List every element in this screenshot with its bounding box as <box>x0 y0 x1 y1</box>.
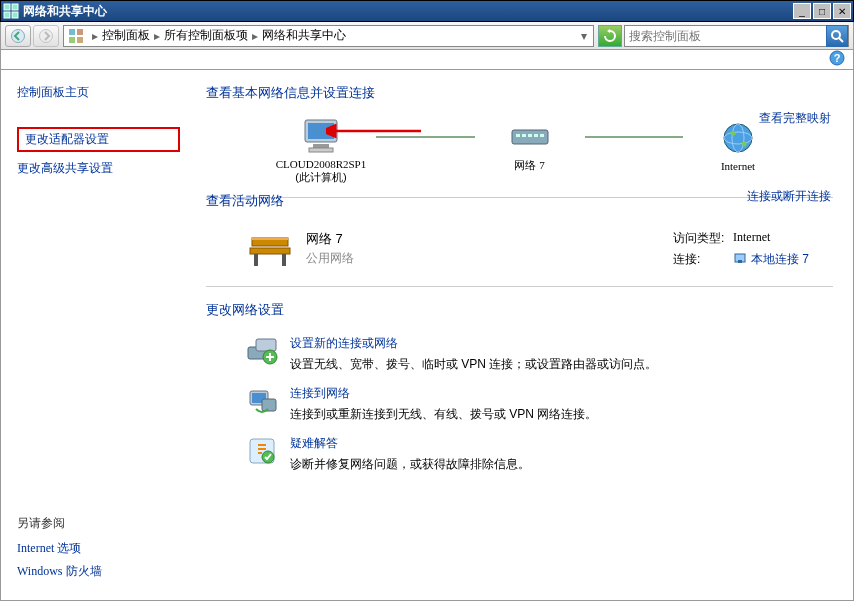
window-titlebar: 网络和共享中心 _ □ ✕ <box>0 0 854 22</box>
svg-rect-21 <box>522 134 526 137</box>
setup-new-connection-link[interactable]: 设置新的连接或网络 <box>290 335 657 352</box>
connection-line <box>376 136 475 138</box>
svg-rect-3 <box>12 12 18 18</box>
close-button[interactable]: ✕ <box>833 3 851 19</box>
svg-rect-0 <box>4 4 10 10</box>
chevron-icon: ▸ <box>252 29 258 43</box>
breadcrumb-item[interactable]: 所有控制面板项 <box>164 27 248 44</box>
svg-rect-16 <box>308 123 334 139</box>
forward-button[interactable] <box>33 25 59 47</box>
breadcrumb[interactable]: ▸ 控制面板 ▸ 所有控制面板项 ▸ 网络和共享中心 ▾ <box>63 25 594 47</box>
svg-rect-32 <box>282 254 286 266</box>
node-label: CLOUD2008R2SP1 <box>276 158 366 170</box>
search-input[interactable] <box>625 29 826 43</box>
svg-rect-7 <box>77 29 83 35</box>
help-icon[interactable]: ? <box>829 50 845 69</box>
svg-rect-1 <box>12 4 18 10</box>
network-type: 公用网络 <box>306 250 673 267</box>
svg-line-11 <box>839 38 843 42</box>
svg-rect-31 <box>254 254 258 266</box>
node-label: 网络 7 <box>514 158 544 173</box>
search-box[interactable] <box>624 25 849 47</box>
breadcrumb-dropdown-icon[interactable]: ▾ <box>581 29 589 43</box>
network-info: 网络 7 公用网络 <box>306 230 673 267</box>
svg-rect-24 <box>540 134 544 137</box>
access-type-value: Internet <box>733 230 770 247</box>
svg-rect-6 <box>69 29 75 35</box>
change-advanced-sharing-link[interactable]: 更改高级共享设置 <box>17 160 180 177</box>
access-type-label: 访问类型: <box>673 230 733 247</box>
change-network-settings-heading: 更改网络设置 <box>206 301 833 319</box>
connections-label: 连接: <box>673 251 733 268</box>
svg-point-5 <box>40 29 53 42</box>
chevron-icon: ▸ <box>92 29 98 43</box>
svg-rect-34 <box>738 260 742 263</box>
globe-icon <box>718 118 758 158</box>
svg-point-4 <box>12 29 25 42</box>
troubleshoot-icon <box>246 435 278 467</box>
svg-rect-40 <box>262 399 276 411</box>
control-panel-home-link[interactable]: 控制面板主页 <box>17 84 180 101</box>
troubleshoot-link[interactable]: 疑难解答 <box>290 435 530 452</box>
network-map: CLOUD2008R2SP1 (此计算机) 网络 7 Internet <box>206 112 833 189</box>
node-sublabel <box>528 173 531 185</box>
svg-rect-36 <box>256 339 276 351</box>
highlighted-link-box: 更改适配器设置 <box>17 127 180 152</box>
back-button[interactable] <box>5 25 31 47</box>
maximize-button[interactable]: □ <box>813 3 831 19</box>
computer-icon <box>299 116 343 156</box>
svg-rect-17 <box>313 144 329 148</box>
local-connection-link[interactable]: 本地连接 7 <box>751 251 809 268</box>
setting-description: 连接到或重新连接到无线、有线、拨号或 VPN 网络连接。 <box>290 406 597 423</box>
setting-description: 设置无线、宽带、拨号、临时或 VPN 连接；或设置路由器或访问点。 <box>290 356 657 373</box>
nic-icon <box>733 251 747 268</box>
setting-row: 疑难解答 诊断并修复网络问题，或获得故障排除信息。 <box>206 429 833 479</box>
connect-disconnect-link[interactable]: 连接或断开连接 <box>747 188 831 205</box>
sidebar: 控制面板主页 更改适配器设置 更改高级共享设置 另请参阅 Internet 选项… <box>1 70 196 600</box>
refresh-button[interactable] <box>598 25 622 47</box>
svg-rect-8 <box>69 37 75 43</box>
svg-point-25 <box>724 124 752 152</box>
setting-description: 诊断并修复网络问题，或获得故障排除信息。 <box>290 456 530 473</box>
park-bench-icon <box>246 230 294 270</box>
change-adapter-settings-link[interactable]: 更改适配器设置 <box>25 132 109 146</box>
connect-to-network-icon <box>246 385 278 417</box>
connection-line <box>585 136 684 138</box>
content-area: 控制面板主页 更改适配器设置 更改高级共享设置 另请参阅 Internet 选项… <box>0 70 854 601</box>
node-sublabel <box>736 172 739 184</box>
see-full-map-link[interactable]: 查看完整映射 <box>759 110 831 127</box>
breadcrumb-item[interactable]: 网络和共享中心 <box>262 27 346 44</box>
navbar: ▸ 控制面板 ▸ 所有控制面板项 ▸ 网络和共享中心 ▾ <box>0 22 854 50</box>
internet-options-link[interactable]: Internet 选项 <box>17 540 180 557</box>
minimize-button[interactable]: _ <box>793 3 811 19</box>
network-properties: 访问类型: Internet 连接: 本地连接 7 <box>673 230 809 272</box>
svg-text:?: ? <box>834 52 841 64</box>
internet-node[interactable]: Internet <box>683 118 793 184</box>
node-sublabel: (此计算机) <box>295 170 346 185</box>
windows-firewall-link[interactable]: Windows 防火墙 <box>17 563 180 580</box>
connect-to-network-link[interactable]: 连接到网络 <box>290 385 597 402</box>
network-switch-icon <box>508 116 552 156</box>
new-connection-icon <box>246 335 278 367</box>
svg-rect-20 <box>516 134 520 137</box>
svg-rect-2 <box>4 12 10 18</box>
svg-rect-23 <box>534 134 538 137</box>
network-node[interactable]: 网络 7 <box>475 116 585 185</box>
node-label: Internet <box>721 160 755 172</box>
network-name: 网络 7 <box>306 230 673 248</box>
breadcrumb-item[interactable]: 控制面板 <box>102 27 150 44</box>
main-panel: 查看基本网络信息并设置连接 查看完整映射 CLOUD2008R2SP1 (此计算… <box>196 70 853 600</box>
this-computer-node[interactable]: CLOUD2008R2SP1 (此计算机) <box>266 116 376 185</box>
setting-row: 设置新的连接或网络 设置无线、宽带、拨号、临时或 VPN 连接；或设置路由器或访… <box>206 329 833 379</box>
svg-rect-18 <box>309 148 333 152</box>
page-heading: 查看基本网络信息并设置连接 <box>206 84 833 102</box>
svg-rect-9 <box>77 37 83 43</box>
search-button[interactable] <box>826 25 848 47</box>
svg-rect-29 <box>252 238 288 240</box>
help-bar: ? <box>0 50 854 70</box>
active-networks-heading: 查看活动网络 <box>206 192 833 210</box>
app-icon <box>3 3 19 19</box>
breadcrumb-icon <box>68 28 84 44</box>
window-title: 网络和共享中心 <box>23 3 791 20</box>
see-also-heading: 另请参阅 <box>17 515 180 532</box>
